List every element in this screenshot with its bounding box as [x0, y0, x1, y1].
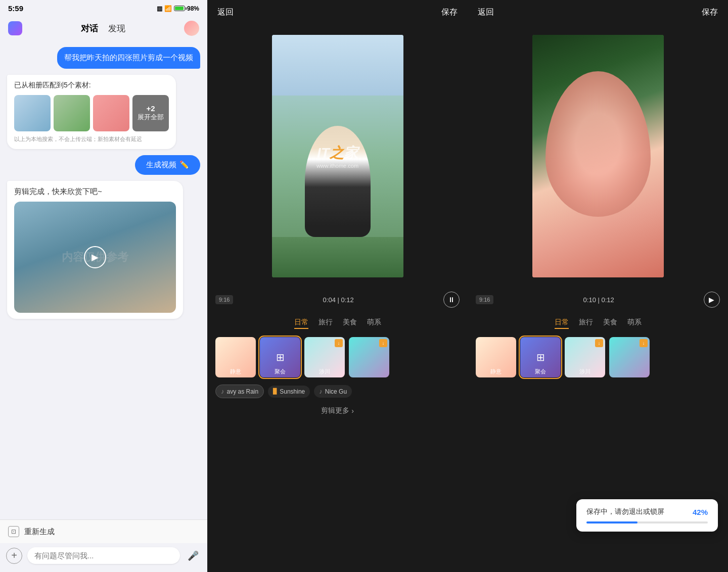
- music-strip-left: ♪ avy as Rain ▉ Sunshine ♪ Nice Gu: [207, 382, 468, 401]
- template-card-1-right[interactable]: 静意: [476, 337, 516, 377]
- video-preview-left: IT之家 www.ithome.com: [207, 25, 468, 288]
- style-tab-travel-right[interactable]: 旅行: [579, 316, 593, 329]
- video-thumbnail[interactable]: ▶ 内容仅供参考: [14, 202, 176, 313]
- progress-bar-fill: [586, 521, 638, 523]
- download-badge-3-left: ↓: [335, 339, 343, 347]
- download-badge-3-right: ↓: [595, 339, 603, 347]
- style-tab-food-right[interactable]: 美食: [603, 316, 617, 329]
- music-item-1-left[interactable]: ♪ avy as Rain: [215, 385, 264, 398]
- style-tab-cute-right[interactable]: 萌系: [627, 316, 642, 329]
- controls-bar-left: 9:16 0:04 | 0:12 ⏸: [207, 288, 468, 312]
- chevron-right-icon: ›: [351, 407, 354, 415]
- expand-label: 展开全部: [138, 113, 164, 122]
- back-button-right[interactable]: 返回: [478, 7, 494, 18]
- download-badge-4-left: ↓: [379, 339, 387, 347]
- template-card-2-right[interactable]: ⊞ 聚会: [520, 337, 561, 377]
- template-label-1-right: 静意: [476, 368, 516, 375]
- template-label-2-right: 聚会: [520, 368, 561, 375]
- battery-icon: [174, 6, 185, 11]
- music-item-2-left[interactable]: ▉ Sunshine: [268, 386, 310, 398]
- chat-input[interactable]: [27, 547, 180, 564]
- template-label-3-left: 涉川: [304, 368, 345, 375]
- style-tab-travel-left[interactable]: 旅行: [318, 316, 333, 329]
- music-label-1: avy as Rain: [227, 388, 259, 395]
- template-strip-left: 静意 ⊞ 聚会 ↓ 涉川 ↓: [207, 333, 468, 382]
- editor-left-nav: 返回 保存: [207, 0, 468, 25]
- play-button-right[interactable]: ▶: [704, 292, 720, 308]
- regen-label[interactable]: 重新生成: [24, 527, 55, 537]
- expand-thumb[interactable]: +2 展开全部: [132, 95, 169, 131]
- match-title: 已从相册匹配到5个素材:: [14, 81, 169, 90]
- tab-discover[interactable]: 发现: [108, 23, 125, 34]
- video-frame-left: IT之家 www.ithome.com: [272, 35, 403, 277]
- status-icons: ▥ 📶 98%: [157, 5, 199, 12]
- music-label-3: Nice Gu: [325, 388, 347, 395]
- match-bubble: 已从相册匹配到5个素材: +2 展开全部 以上为本地搜索，不会上传云端；新拍素材…: [7, 75, 176, 149]
- chat-panel: 5:59 ▥ 📶 98% 对话 发现 帮我把昨天拍的四张照片剪成一个视频 已从相…: [0, 0, 207, 572]
- tab-chat[interactable]: 对话: [81, 23, 98, 34]
- time-display-left: 0:04 | 0:12: [323, 296, 354, 304]
- template-label-2-left: 聚会: [260, 368, 300, 375]
- template-label-1-left: 静意: [215, 368, 256, 375]
- user-bubble: 帮我把昨天拍的四张照片剪成一个视频: [57, 47, 200, 69]
- add-button[interactable]: +: [6, 548, 22, 564]
- editor-right-nav: 返回 保存: [468, 0, 728, 25]
- save-progress-percent: 42%: [693, 508, 708, 516]
- more-edit-left[interactable]: 剪辑更多 ›: [321, 406, 354, 415]
- nav-bar: 对话 发现: [0, 17, 207, 42]
- download-badge-4-right: ↓: [640, 339, 648, 347]
- template-strip-right: 静意 ⊞ 聚会 ↓ 涉川 ↓: [468, 333, 728, 382]
- music-label-2: Sunshine: [280, 388, 305, 395]
- editor-right-panel: 返回 保存 9:16 0:10 | 0:12 ▶ 日常 旅行 美食 萌系 静意 …: [468, 0, 728, 572]
- wifi-icon: 📶: [164, 5, 172, 12]
- thumbnail-1: [14, 95, 51, 131]
- chat-area: 帮我把昨天拍的四张照片剪成一个视频 已从相册匹配到5个素材: +2 展开全部 以…: [0, 42, 207, 519]
- status-bar: 5:59 ▥ 📶 98%: [0, 0, 207, 17]
- style-tab-food-left[interactable]: 美食: [343, 316, 357, 329]
- complete-bubble: 剪辑完成，快来欣赏下吧~ ▶ 内容仅供参考: [7, 181, 183, 319]
- save-button-right[interactable]: 保存: [702, 7, 718, 18]
- app-logo: [8, 21, 22, 35]
- template-card-1-left[interactable]: 静意: [215, 337, 256, 377]
- generate-video-label: 生成视频: [146, 160, 176, 170]
- ratio-tag-right: 9:16: [476, 295, 493, 304]
- editor-left-panel: 返回 保存 IT之家 www.ithome.com 9:16 0:04 | 0:…: [207, 0, 468, 572]
- save-progress-overlay: 保存中，请勿退出或锁屏 42%: [576, 499, 718, 532]
- progress-bar-background: [586, 521, 708, 523]
- style-tab-daily-left[interactable]: 日常: [294, 316, 308, 329]
- music-item-3-left[interactable]: ♪ Nice Gu: [314, 385, 352, 398]
- save-button-left[interactable]: 保存: [441, 7, 458, 18]
- bottom-bar-left: 剪辑更多 ›: [207, 401, 468, 420]
- complete-text: 剪辑完成，快来欣赏下吧~: [14, 187, 176, 197]
- nav-tabs: 对话 发现: [81, 23, 125, 34]
- expand-count: +2: [146, 104, 155, 113]
- style-tabs-left: 日常 旅行 美食 萌系: [207, 312, 468, 333]
- back-button-left[interactable]: 返回: [217, 7, 234, 18]
- thumbnail-3: [93, 95, 129, 131]
- video-preview-right: [468, 25, 728, 288]
- play-button[interactable]: ▶: [84, 246, 106, 268]
- style-tab-daily-right[interactable]: 日常: [555, 316, 569, 329]
- template-card-3-left[interactable]: ↓ 涉川: [304, 337, 345, 377]
- music-note-icon-3: ♪: [319, 388, 323, 395]
- template-card-3-right[interactable]: ↓ 涉川: [565, 337, 605, 377]
- video-frame-right: [532, 35, 664, 277]
- regen-icon: ⊡: [8, 526, 19, 537]
- template-card-4-right[interactable]: ↓: [609, 337, 650, 377]
- template-label-3-right: 涉川: [565, 368, 605, 375]
- pause-button-left[interactable]: ⏸: [443, 292, 460, 308]
- thumbnails-row: +2 展开全部: [14, 95, 169, 131]
- generate-video-button[interactable]: 生成视频 ✏️: [135, 155, 200, 175]
- music-bar-icon-2: ▉: [273, 388, 277, 395]
- status-time: 5:59: [8, 4, 23, 13]
- style-tab-cute-left[interactable]: 萌系: [367, 316, 381, 329]
- battery-label: 98%: [187, 5, 199, 12]
- style-tabs-right: 日常 旅行 美食 萌系: [468, 312, 728, 333]
- music-note-icon-1: ♪: [221, 388, 224, 395]
- mic-button[interactable]: 🎤: [185, 548, 201, 564]
- user-avatar[interactable]: [184, 21, 199, 36]
- template-card-2-left[interactable]: ⊞ 聚会: [260, 337, 300, 377]
- template-card-4-left[interactable]: ↓: [349, 337, 389, 377]
- controls-bar-right: 9:16 0:10 | 0:12 ▶: [468, 288, 728, 312]
- thumbnail-2: [54, 95, 90, 131]
